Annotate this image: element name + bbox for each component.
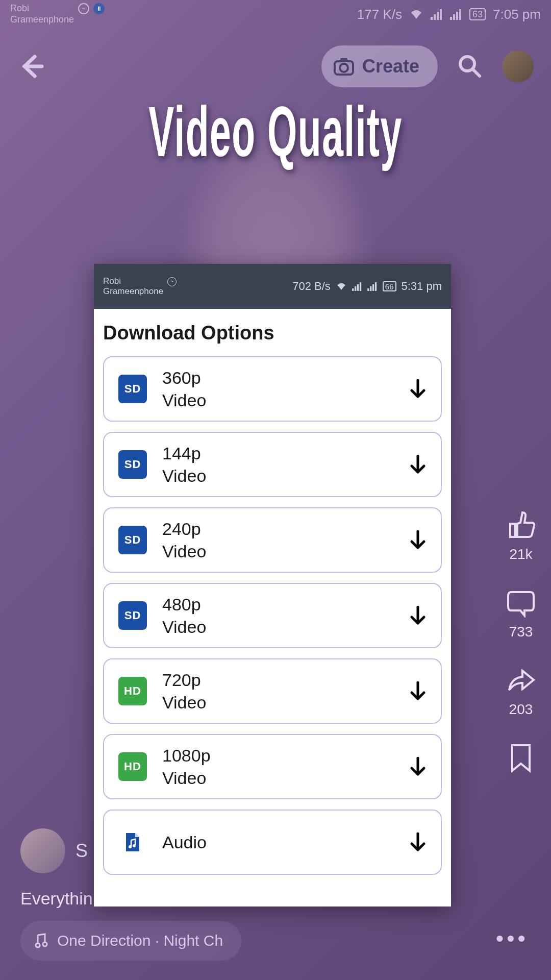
download-option-240p[interactable]: SD240pVideo	[103, 507, 442, 573]
author-avatar	[20, 828, 65, 873]
save-button[interactable]	[508, 743, 534, 774]
option-resolution: 240p	[162, 518, 394, 540]
signal-icon-2	[450, 9, 462, 20]
option-type: Video	[162, 691, 394, 714]
share-button[interactable]: 203	[506, 666, 536, 718]
option-resolution: 360p	[162, 366, 394, 389]
download-icon	[409, 832, 427, 852]
modal-status-right: 702 B/s 66 5:31 pm	[292, 280, 442, 293]
download-option-360p[interactable]: SD360pVideo	[103, 356, 442, 422]
download-icon	[409, 681, 427, 701]
download-option-1080p[interactable]: HD1080pVideo	[103, 734, 442, 799]
svg-rect-2	[437, 12, 439, 20]
music-pill[interactable]: One Direction · Night Ch	[20, 921, 241, 961]
clock-time: 7:05 pm	[493, 7, 541, 22]
thumbs-up-icon	[506, 510, 536, 540]
sd-badge: SD	[118, 450, 147, 479]
search-button[interactable]	[457, 54, 483, 79]
svg-rect-1	[434, 14, 436, 20]
create-button[interactable]: Create	[321, 45, 438, 87]
wifi-icon	[409, 9, 423, 20]
option-resolution: Audio	[162, 831, 394, 853]
modal-battery: 66	[383, 281, 396, 291]
svg-rect-16	[360, 282, 361, 291]
option-type: Video	[162, 616, 394, 638]
options-list: SD360pVideoSD144pVideoSD240pVideoSD480pV…	[103, 356, 442, 875]
comment-count: 733	[509, 624, 533, 640]
like-button[interactable]: 21k	[506, 510, 536, 562]
svg-rect-0	[431, 17, 433, 20]
share-count: 203	[509, 701, 533, 718]
option-resolution: 1080p	[162, 744, 394, 767]
create-label: Create	[362, 56, 419, 77]
battery-icon: 63	[469, 8, 486, 20]
modal-title: Download Options	[103, 322, 442, 344]
signal-icon-2	[367, 282, 378, 291]
page-title: Video Quality	[69, 90, 482, 173]
svg-rect-7	[459, 9, 461, 20]
option-type: Video	[162, 540, 394, 562]
svg-rect-4	[450, 17, 452, 20]
svg-rect-17	[367, 288, 369, 291]
app-header: Create	[0, 41, 551, 92]
messenger-icon: ~	[78, 3, 89, 14]
svg-line-12	[473, 69, 480, 76]
app-icon: ⏸	[93, 3, 105, 14]
option-type: Video	[162, 767, 394, 789]
share-icon	[506, 666, 536, 695]
option-resolution: 480p	[162, 593, 394, 616]
svg-rect-5	[453, 14, 455, 20]
svg-rect-15	[357, 284, 359, 291]
svg-point-9	[340, 64, 348, 72]
author-row[interactable]: S	[20, 828, 93, 873]
profile-avatar[interactable]	[502, 51, 534, 82]
option-resolution: 720p	[162, 669, 394, 691]
svg-rect-19	[372, 284, 374, 291]
download-icon	[409, 455, 427, 474]
status-right: 177 K/s 63 7:05 pm	[357, 7, 541, 22]
download-option-720p[interactable]: HD720pVideo	[103, 658, 442, 724]
video-info: S Everythin	[20, 828, 93, 909]
svg-rect-13	[352, 288, 354, 291]
signal-icon	[431, 9, 443, 20]
carrier-label: Robi Grameenphone	[10, 3, 74, 25]
download-option-144p[interactable]: SD144pVideo	[103, 432, 442, 497]
download-icon	[409, 379, 427, 399]
download-modal: Robi Grameenphone ~ 702 B/s 66 5:31 pm D…	[94, 264, 451, 906]
wifi-icon	[336, 282, 347, 291]
signal-icon	[352, 282, 362, 291]
svg-point-27	[129, 845, 132, 848]
sd-badge: SD	[118, 375, 147, 403]
comment-icon	[506, 588, 536, 618]
camera-icon	[334, 57, 354, 76]
author-name: S	[76, 840, 88, 862]
svg-rect-6	[456, 12, 458, 20]
svg-rect-18	[370, 286, 371, 291]
download-option-480p[interactable]: SD480pVideo	[103, 583, 442, 648]
comment-button[interactable]: 733	[506, 588, 536, 640]
status-bar-modal: Robi Grameenphone ~ 702 B/s 66 5:31 pm	[94, 264, 451, 309]
modal-status-left: Robi Grameenphone ~	[103, 276, 177, 297]
side-actions: 21k 733 203	[506, 510, 536, 774]
modal-carrier: Robi Grameenphone	[103, 276, 163, 297]
messenger-icon: ~	[167, 277, 177, 286]
download-icon	[409, 757, 427, 776]
network-speed: 177 K/s	[357, 7, 402, 22]
option-type: Video	[162, 389, 394, 411]
hd-badge: HD	[118, 752, 147, 781]
bookmark-icon	[508, 743, 534, 774]
caption: Everythin	[20, 889, 93, 909]
option-type: Video	[162, 464, 394, 487]
more-button[interactable]: •••	[496, 926, 529, 951]
audio-file-icon	[118, 828, 147, 856]
svg-point-28	[133, 844, 136, 847]
svg-rect-20	[375, 282, 377, 291]
sd-badge: SD	[118, 526, 147, 554]
status-bar-outer: Robi Grameenphone ~ ⏸ 177 K/s 63 7:05 pm	[0, 0, 551, 29]
option-resolution: 144p	[162, 442, 394, 464]
svg-rect-3	[440, 9, 442, 20]
download-option-audio[interactable]: Audio	[103, 810, 442, 875]
hd-badge: HD	[118, 677, 147, 705]
back-button[interactable]	[17, 53, 45, 80]
status-left: Robi Grameenphone ~ ⏸	[10, 3, 105, 25]
